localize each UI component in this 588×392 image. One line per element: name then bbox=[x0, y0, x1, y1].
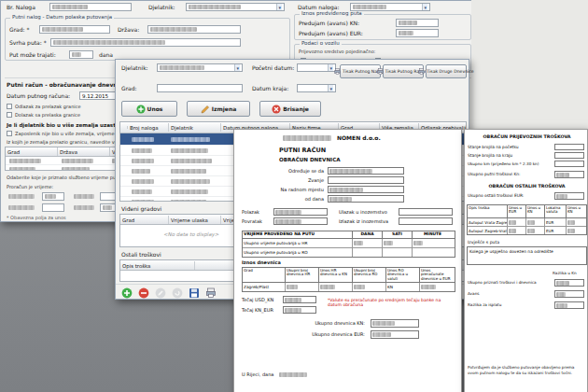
redacted-text bbox=[9, 159, 41, 163]
refresh-icon[interactable] bbox=[172, 287, 183, 299]
chevron-down-icon[interactable]: ▾ bbox=[422, 4, 427, 10]
column-header: Iznos u EUR bbox=[508, 205, 526, 217]
total-km-field bbox=[554, 161, 584, 167]
workplace-field bbox=[328, 186, 404, 193]
trip-report-box: Kolega je uspješno dovezen na odredište bbox=[467, 246, 587, 265]
transport-costs-document: OBRAČUN PRIJEVOZNIH TROŠKOVA Stanje broj… bbox=[464, 129, 588, 392]
redacted-text bbox=[8, 205, 35, 210]
costs-section-title: Ostali troškovi bbox=[121, 252, 161, 258]
column-header[interactable]: Vrijeme ulaska bbox=[169, 216, 221, 224]
departure-border-checkbox[interactable] bbox=[7, 104, 12, 109]
redacted-text bbox=[132, 189, 152, 194]
redacted-text bbox=[9, 167, 35, 172]
country-input[interactable] bbox=[147, 25, 241, 34]
redacted-text bbox=[413, 241, 423, 245]
arrival-border-label: Dolazak sa prelaska granice bbox=[15, 113, 80, 118]
chevron-down-icon[interactable]: ▾ bbox=[234, 64, 240, 71]
filter-end-date-input[interactable]: ▾ bbox=[297, 84, 336, 92]
table-title: VRIJEME PROVEDENO NA PUTU bbox=[243, 231, 353, 238]
employee-select[interactable]: ▾ bbox=[186, 3, 285, 11]
total-eur-label: Ukupno dnevnica EUR: bbox=[272, 332, 365, 338]
redacted-text bbox=[329, 197, 352, 202]
column-header: SATI bbox=[383, 231, 413, 238]
document-title: OBRAČUN PRIJEVOZNIH TROŠKOVA bbox=[465, 134, 588, 139]
field-label: od dana bbox=[242, 197, 324, 203]
chevron-down-icon[interactable]: ▾ bbox=[276, 4, 282, 10]
document-title: PUTNI RAČUN bbox=[279, 147, 326, 154]
group-title: Putni nalog - Datum polaska putovanja bbox=[10, 15, 114, 21]
departure-label: Polazak bbox=[242, 210, 259, 216]
redacted-text bbox=[399, 31, 413, 35]
redacted-text bbox=[384, 241, 393, 245]
required-fields-note: * Obavezna polja za unos bbox=[7, 216, 66, 220]
advance-eur-label: Predujam (avans) EUR: bbox=[299, 31, 363, 36]
order-number-input[interactable] bbox=[49, 3, 132, 11]
odometer-end-label: Stanje brojila na kraju bbox=[468, 154, 512, 159]
chevron-down-icon[interactable]: ▾ bbox=[328, 85, 333, 91]
print-travel-order-button[interactable]: Tisak Putnog Naloga bbox=[340, 64, 381, 78]
calc-field[interactable] bbox=[42, 203, 64, 212]
column-header[interactable]: Opis troška bbox=[120, 261, 195, 270]
column-header[interactable]: Djelatnik bbox=[169, 123, 221, 132]
account-date-value: 9.12.2015 bbox=[82, 93, 108, 99]
filter-start-date-input[interactable]: ▾ bbox=[297, 63, 336, 72]
payout-difference-label: Razlika za isplatu bbox=[468, 303, 501, 308]
chevron-down-icon[interactable]: ▾ bbox=[328, 64, 333, 71]
redacted-text bbox=[74, 205, 94, 210]
arrival-border-checkbox[interactable] bbox=[7, 112, 12, 118]
company-name: NOMEN d.o.o. bbox=[337, 135, 381, 142]
value-cell bbox=[353, 283, 386, 291]
filter-start-date-label: Početni datum: bbox=[252, 65, 294, 71]
currency-cell: EUR bbox=[545, 218, 567, 226]
duration-input[interactable] bbox=[69, 50, 93, 59]
calc-field[interactable] bbox=[42, 192, 64, 201]
add-record-button[interactable]: Unos bbox=[121, 101, 177, 117]
column-header[interactable]: Broj naloga bbox=[128, 123, 169, 132]
redacted-text bbox=[8, 194, 35, 199]
printer-icon bbox=[377, 68, 384, 75]
redacted-text bbox=[132, 200, 154, 203]
return-label: Povratak bbox=[242, 219, 262, 225]
from-date-field bbox=[328, 195, 404, 203]
recognized-total-label: Ukupno priznati troškovi i dnevnica bbox=[468, 281, 537, 286]
total-transport-label: Ukupno putni troškovi Kn: bbox=[468, 173, 521, 177]
trip-time-table: VRIJEME PROVEDENO NA PUTU DANA SATI MINU… bbox=[242, 231, 455, 258]
account-section-title: Putni račun - obračunavanje dnevnica bbox=[7, 82, 126, 88]
delete-icon bbox=[272, 105, 281, 114]
value-cell bbox=[383, 239, 413, 247]
total-eur-field bbox=[371, 330, 419, 339]
redacted-text bbox=[150, 27, 197, 32]
purpose-input[interactable] bbox=[50, 38, 241, 47]
print-icon[interactable] bbox=[205, 287, 217, 299]
field-label: Na radnom mjestu bbox=[242, 188, 324, 193]
column-header: Grad bbox=[243, 268, 286, 282]
redacted-text bbox=[171, 148, 208, 153]
redacted-text bbox=[53, 40, 165, 45]
edit-record-button[interactable]: Izmjena bbox=[187, 101, 250, 117]
column-header[interactable]: Grad bbox=[120, 216, 169, 224]
city-input[interactable] bbox=[39, 25, 110, 34]
column-header: Lokalna valuta bbox=[545, 205, 567, 217]
save-icon[interactable] bbox=[189, 287, 200, 299]
print-second-allowance-button[interactable]: Tisak Druge Dnevnice bbox=[426, 64, 467, 78]
redacted-text bbox=[171, 200, 206, 203]
delete-icon[interactable] bbox=[138, 287, 149, 299]
advance-kn-input[interactable] bbox=[396, 19, 439, 27]
duration-label: Put može trajati: bbox=[9, 52, 56, 58]
delete-record-button[interactable]: Brisanje bbox=[259, 101, 321, 117]
advance-eur-input[interactable] bbox=[396, 29, 439, 37]
redacted-text bbox=[509, 229, 516, 233]
group-title: Iznos predviđenog puta bbox=[300, 11, 364, 17]
add-icon[interactable] bbox=[121, 287, 133, 299]
redacted-text bbox=[52, 5, 88, 9]
redacted-text bbox=[354, 285, 365, 289]
title-field bbox=[328, 176, 404, 184]
filter-employee-select[interactable]: ▾ bbox=[157, 63, 243, 72]
edit-icon[interactable] bbox=[155, 287, 166, 299]
filter-end-date-label: Datum kraja: bbox=[252, 86, 288, 91]
value-cell bbox=[567, 218, 586, 226]
filter-city-input[interactable] bbox=[157, 84, 243, 92]
trip-report-text: Kolega je uspješno dovezen na odredište bbox=[469, 250, 583, 255]
single-country-checkbox[interactable] bbox=[7, 131, 12, 136]
abroad-entry-field bbox=[399, 208, 453, 216]
